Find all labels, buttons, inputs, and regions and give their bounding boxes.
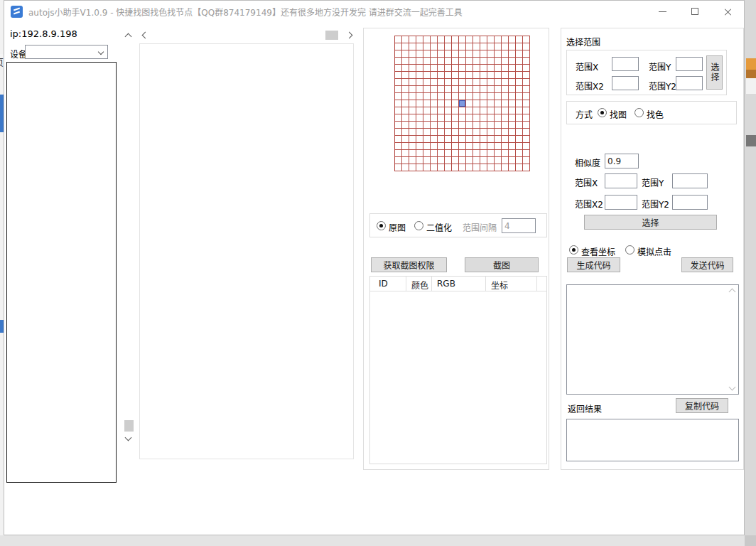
find-range-x2-label: 范围X2 [575,198,603,210]
range-x2-input[interactable] [612,76,639,90]
minimize-icon [659,11,666,12]
col-id[interactable]: ID [379,279,388,289]
col-rgb[interactable]: RGB [437,279,455,289]
maximize-button[interactable] [679,1,711,22]
chevron-up-icon [125,33,132,41]
desktop-fragment-light [746,78,756,94]
radio-find-image[interactable] [598,108,607,117]
select-range-button[interactable]: 选择 [706,55,723,90]
similarity-label: 相似度 [575,156,600,168]
minimize-button[interactable] [646,1,679,22]
capture-group: 原图 二值化 范围间隔 获取截图权限 截图 ID 颜色 RGB 坐标 [363,28,549,470]
chevron-right-icon [346,32,353,39]
radio-binarize-label: 二值化 [426,221,452,233]
image-mode-box: 原图 二值化 范围间隔 [369,213,547,237]
range-gap-input[interactable] [502,218,536,233]
color-table-body[interactable] [370,291,546,464]
device-select[interactable] [25,45,108,59]
chevron-down-icon [98,49,104,55]
find-range-x2-input[interactable] [605,195,637,210]
range-y-input[interactable] [676,57,703,71]
radio-simulate-click-label: 模拟点击 [637,245,671,257]
screenshot-canvas[interactable] [139,43,354,459]
find-range-y-label: 范围Y [642,176,664,188]
mode-label: 方式 [576,108,593,120]
desktop-fragment-dark [746,135,756,146]
chevron-left-icon [142,32,149,39]
app-icon [11,6,23,18]
find-range-x-label: 范围X [575,176,598,188]
desktop-fragment-orange-1 [746,58,756,70]
column-separator [536,277,537,291]
color-table[interactable]: ID 颜色 RGB 坐标 [369,276,547,464]
radio-find-image-label: 找图 [610,108,627,120]
column-separator [406,277,406,291]
close-icon [724,8,732,16]
vertical-scrollbar-thumb[interactable] [124,420,134,432]
taskbar-strip [0,535,756,546]
select-find-range-button[interactable]: 选择 [584,215,717,230]
chevron-down-icon[interactable] [729,384,736,391]
desktop-fragment-orange-2 [746,70,756,78]
device-listbox[interactable] [6,62,117,483]
find-range-y2-input[interactable] [672,195,708,210]
chevron-down-icon [125,434,132,441]
chevron-up-icon[interactable] [729,289,736,296]
window-controls [646,1,744,22]
color-table-header[interactable]: ID 颜色 RGB 坐标 [370,277,546,291]
result-label: 返回结果 [568,402,602,414]
close-button[interactable] [711,1,744,22]
radio-original[interactable] [377,221,386,230]
mode-box: 方式 找图 找色 [566,101,737,124]
column-separator [431,277,432,291]
titlebar[interactable]: autojs小助手V1.0.9 - 快捷找图找色找节点【QQ群874179149… [4,1,744,22]
generate-code-button[interactable]: 生成代码 [567,257,620,272]
radio-view-coords-label: 查看坐标 [581,245,615,257]
get-permission-button[interactable]: 获取截图权限 [371,257,447,272]
find-range-x-input[interactable] [605,173,637,188]
radio-original-label: 原图 [389,221,406,233]
column-separator [485,277,486,291]
taskbar-corner [745,535,756,546]
grid-highlight-cell [459,100,465,107]
col-color[interactable]: 颜色 [411,279,428,291]
range-x2-label: 范围X2 [576,80,604,92]
range-group-title: 选择范围 [566,36,600,48]
magnifier-grid[interactable] [394,36,530,171]
screenshot-button[interactable]: 截图 [465,257,539,272]
scroll-right-button[interactable] [343,29,355,41]
radio-view-coords[interactable] [569,245,578,255]
copy-code-button[interactable]: 复制代码 [676,398,728,413]
find-range-y-input[interactable] [672,173,708,188]
send-code-button[interactable]: 发送代码 [681,257,733,272]
radio-binarize[interactable] [414,221,423,230]
range-x-label: 范围X [576,60,598,73]
radio-simulate-click[interactable] [625,245,634,255]
range-x-input[interactable] [612,57,639,71]
range-group: 选择范围 范围X 范围Y 范围X2 范围Y2 选择 方式 找图 找色 相似度 [561,28,744,470]
desktop: 页 autojs小助手V1.0.9 - 快捷找图找色找节点【QQ群8741791… [0,0,756,546]
radio-find-color[interactable] [634,108,644,117]
scroll-left-button[interactable] [139,29,151,41]
code-output-area[interactable] [566,284,739,395]
find-range-y2-label: 范围Y2 [642,198,669,210]
range-y2-label: 范围Y2 [649,80,676,92]
range-y-label: 范围Y [649,60,671,73]
window-title: autojs小助手V1.0.9 - 快捷找图找色找节点【QQ群874179149… [28,6,463,18]
range-y2-input[interactable] [676,76,703,90]
horizontal-scrollbar-thumb[interactable] [325,31,338,40]
scroll-up-button[interactable] [122,31,134,43]
app-window: autojs小助手V1.0.9 - 快捷找图找色找节点【QQ群874179149… [4,0,745,535]
radio-find-color-label: 找色 [647,108,664,120]
range-gap-label: 范围间隔 [463,221,497,233]
col-coord[interactable]: 坐标 [491,279,508,291]
range-box-1: 范围X 范围Y 范围X2 范围Y2 选择 [566,50,727,95]
result-output-area[interactable] [566,419,739,461]
similarity-input[interactable] [605,154,639,168]
scroll-down-button[interactable] [122,432,134,444]
ip-address-label: ip:192.8.9.198 [10,28,77,39]
maximize-icon [691,8,698,15]
